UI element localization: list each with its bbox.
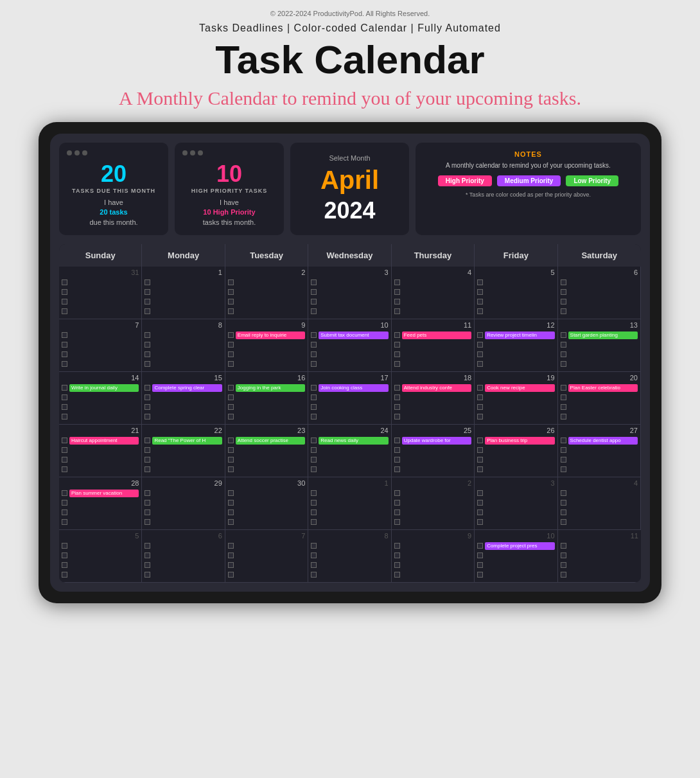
task-checkbox[interactable] xyxy=(62,351,67,357)
task-checkbox[interactable] xyxy=(311,457,317,463)
task-checkbox[interactable] xyxy=(228,466,234,472)
task-checkbox[interactable] xyxy=(62,438,67,443)
cal-cell[interactable]: 9Email reply to inquirie xyxy=(225,319,308,372)
task-checkbox[interactable] xyxy=(144,447,150,453)
task-checkbox[interactable] xyxy=(311,490,317,496)
task-checkbox[interactable] xyxy=(394,543,400,549)
task-checkbox[interactable] xyxy=(228,543,234,549)
task-bar[interactable]: Read "The Power of H xyxy=(152,437,222,445)
task-checkbox[interactable] xyxy=(311,332,317,338)
task-checkbox[interactable] xyxy=(311,509,317,515)
task-checkbox[interactable] xyxy=(394,500,400,506)
task-checkbox[interactable] xyxy=(394,279,400,285)
task-checkbox[interactable] xyxy=(144,342,150,348)
task-checkbox[interactable] xyxy=(144,438,150,443)
task-checkbox[interactable] xyxy=(394,289,400,295)
task-checkbox[interactable] xyxy=(144,308,150,314)
task-checkbox[interactable] xyxy=(394,332,400,338)
task-checkbox[interactable] xyxy=(228,490,234,496)
task-checkbox[interactable] xyxy=(62,361,67,367)
task-checkbox[interactable] xyxy=(477,562,483,568)
task-checkbox[interactable] xyxy=(477,490,483,496)
task-checkbox[interactable] xyxy=(394,414,400,420)
task-checkbox[interactable] xyxy=(561,289,566,295)
task-checkbox[interactable] xyxy=(477,438,483,443)
task-checkbox[interactable] xyxy=(561,342,566,348)
task-checkbox[interactable] xyxy=(62,562,67,568)
task-checkbox[interactable] xyxy=(477,500,483,506)
task-checkbox[interactable] xyxy=(477,394,483,400)
cal-cell[interactable]: 5 xyxy=(475,267,557,319)
task-checkbox[interactable] xyxy=(62,299,67,305)
task-checkbox[interactable] xyxy=(394,572,400,578)
task-bar[interactable]: Plan Easter celebratio xyxy=(568,384,638,392)
task-checkbox[interactable] xyxy=(561,509,566,515)
cal-cell[interactable]: 22Read "The Power of H xyxy=(142,425,225,477)
task-checkbox[interactable] xyxy=(311,543,317,549)
task-checkbox[interactable] xyxy=(477,332,483,338)
task-bar[interactable]: Submit tax document xyxy=(319,332,388,339)
task-checkbox[interactable] xyxy=(144,289,150,295)
task-checkbox[interactable] xyxy=(394,342,400,348)
task-checkbox[interactable] xyxy=(311,553,317,558)
task-checkbox[interactable] xyxy=(477,279,483,285)
task-checkbox[interactable] xyxy=(311,385,317,391)
cal-cell[interactable]: 6 xyxy=(142,530,225,583)
task-checkbox[interactable] xyxy=(144,519,150,525)
task-checkbox[interactable] xyxy=(228,519,234,525)
task-checkbox[interactable] xyxy=(228,414,234,420)
task-checkbox[interactable] xyxy=(561,457,566,463)
cal-cell[interactable]: 20Plan Easter celebratio xyxy=(558,372,641,425)
task-bar[interactable]: Attend soccer practise xyxy=(236,437,305,445)
task-checkbox[interactable] xyxy=(394,490,400,496)
task-checkbox[interactable] xyxy=(62,385,67,391)
task-checkbox[interactable] xyxy=(228,332,234,338)
task-checkbox[interactable] xyxy=(144,490,150,496)
cal-cell[interactable]: 2 xyxy=(225,267,308,319)
cal-cell[interactable]: 3 xyxy=(475,477,557,530)
task-checkbox[interactable] xyxy=(477,289,483,295)
task-checkbox[interactable] xyxy=(561,438,566,443)
cal-cell[interactable]: 27Schedule dentist appo xyxy=(558,425,641,477)
cal-cell[interactable]: 11Feed pets xyxy=(392,319,475,372)
cal-cell[interactable]: 7 xyxy=(59,319,142,372)
task-checkbox[interactable] xyxy=(62,457,67,463)
task-checkbox[interactable] xyxy=(144,351,150,357)
task-checkbox[interactable] xyxy=(311,361,317,367)
task-checkbox[interactable] xyxy=(394,466,400,472)
task-checkbox[interactable] xyxy=(477,404,483,410)
task-bar[interactable]: Review project timelin xyxy=(485,332,554,339)
task-checkbox[interactable] xyxy=(394,308,400,314)
task-checkbox[interactable] xyxy=(144,457,150,463)
cal-cell[interactable]: 6 xyxy=(558,267,641,319)
task-bar[interactable]: Schedule dentist appo xyxy=(568,437,638,445)
task-checkbox[interactable] xyxy=(477,299,483,305)
cal-cell[interactable]: 7 xyxy=(225,530,308,583)
task-checkbox[interactable] xyxy=(311,562,317,568)
cal-cell[interactable]: 21Haircut appointment xyxy=(59,425,142,477)
task-checkbox[interactable] xyxy=(561,299,566,305)
task-bar[interactable]: Write in journal daily xyxy=(69,384,139,392)
task-checkbox[interactable] xyxy=(62,332,67,338)
task-checkbox[interactable] xyxy=(62,519,67,525)
task-checkbox[interactable] xyxy=(144,404,150,410)
task-checkbox[interactable] xyxy=(561,447,566,453)
task-checkbox[interactable] xyxy=(228,289,234,295)
task-checkbox[interactable] xyxy=(561,500,566,506)
cal-cell[interactable]: 28Plan summer vacation xyxy=(59,477,142,530)
task-checkbox[interactable] xyxy=(311,289,317,295)
task-checkbox[interactable] xyxy=(144,562,150,568)
cal-cell[interactable]: 8 xyxy=(308,530,391,583)
cal-cell[interactable]: 1 xyxy=(142,267,225,319)
task-checkbox[interactable] xyxy=(62,447,67,453)
task-checkbox[interactable] xyxy=(311,404,317,410)
cal-cell[interactable]: 4 xyxy=(392,267,475,319)
cal-cell[interactable]: 30 xyxy=(225,477,308,530)
task-bar[interactable]: Attend industry confe xyxy=(402,384,471,392)
task-checkbox[interactable] xyxy=(394,299,400,305)
task-checkbox[interactable] xyxy=(62,466,67,472)
task-checkbox[interactable] xyxy=(62,404,67,410)
task-checkbox[interactable] xyxy=(228,351,234,357)
task-checkbox[interactable] xyxy=(394,509,400,515)
task-checkbox[interactable] xyxy=(561,361,566,367)
